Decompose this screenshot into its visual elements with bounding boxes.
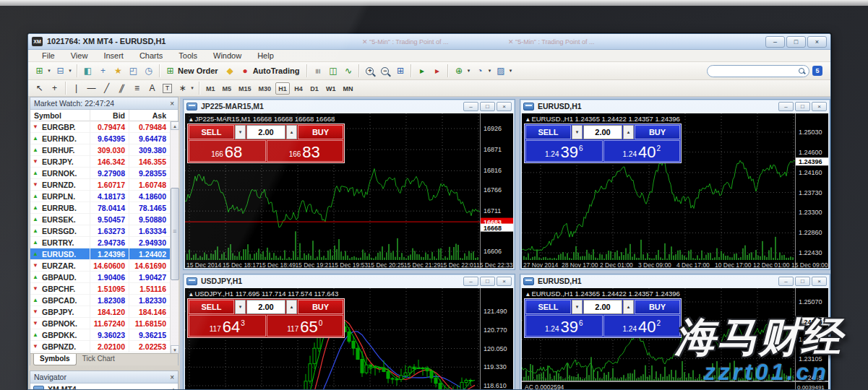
buy-button[interactable]: BUY xyxy=(635,125,680,139)
market-watch-row-eurnok[interactable]: ▲EURNOK.9.279089.28355 xyxy=(30,168,170,179)
menu-item-window[interactable]: Window xyxy=(205,51,249,60)
timeframe-m15[interactable]: M15 xyxy=(236,82,254,95)
periods-button[interactable]: ◔▾ xyxy=(472,64,493,79)
chart-title-bar[interactable]: USDJPY,H1–□× xyxy=(184,274,515,287)
tile-windows-button[interactable]: ⊞ xyxy=(392,64,408,79)
volume-input[interactable]: 2.00 xyxy=(246,125,285,139)
autotrading-button[interactable]: ●AutoTrading xyxy=(238,64,304,79)
buy-price[interactable]: 16683 xyxy=(267,140,344,162)
timeframe-m30[interactable]: M30 xyxy=(256,82,275,95)
chart-body[interactable]: 121.490120.770120.050119.330118.610▴ USD… xyxy=(185,288,513,389)
navigator-button[interactable]: ★ xyxy=(111,64,126,79)
chart-body[interactable]: 1692616871168161676616711166061668316668… xyxy=(185,113,513,268)
market-watch-row-gbpchf[interactable]: ▼GBPCHF.1.510951.51116 xyxy=(30,283,170,295)
zoom-out-button[interactable]: − xyxy=(377,64,392,79)
volume-increase-button[interactable]: ▴ xyxy=(623,125,634,139)
market-watch-row-eursgd[interactable]: ▲EURSGD.1.632731.63334 xyxy=(30,225,170,237)
profiles-button[interactable]: ⊟▾ xyxy=(53,64,74,79)
indicators-button[interactable]: ⊕▾ xyxy=(451,64,472,79)
scroll-up-icon[interactable]: ▲ xyxy=(171,121,179,130)
market-watch-row-eurjpy[interactable]: ▼EURJPY.146.342146.355 xyxy=(30,156,170,168)
chart-title-bar[interactable]: EURUSD,H1–□× xyxy=(520,100,830,113)
chart-close-button[interactable]: × xyxy=(812,102,827,111)
zoom-in-button[interactable]: + xyxy=(362,64,377,79)
chart-bars-button[interactable]: ≡ xyxy=(310,64,325,79)
market-watch-row-gbpcad[interactable]: ▲GBPCAD.1.823081.82330 xyxy=(30,295,170,306)
arrows-button[interactable]: ∗▾ xyxy=(175,81,196,96)
new-order-button[interactable]: ⊞New Order xyxy=(163,64,223,79)
chart-minimize-button[interactable]: – xyxy=(778,102,794,111)
search-input[interactable] xyxy=(712,66,795,76)
menu-item-view[interactable]: View xyxy=(63,51,96,60)
new-chart-button[interactable]: ⊞▾ xyxy=(32,64,53,79)
market-watch-header[interactable]: Market Watch: 22:47:24 × xyxy=(30,98,178,110)
menu-item-file[interactable]: File xyxy=(34,51,63,60)
chart-restore-button[interactable]: □ xyxy=(795,277,810,286)
market-watch-row-gbpnok[interactable]: ▼GBPNOK.11.6724011.68150 xyxy=(30,318,170,329)
timeframe-m1[interactable]: M1 xyxy=(203,82,218,95)
chart-restore-button[interactable]: □ xyxy=(480,277,495,286)
buy-button[interactable]: BUY xyxy=(635,300,680,314)
volume-increase-button[interactable]: ▴ xyxy=(286,125,297,139)
market-watch-row-gbpjpy[interactable]: ▼GBPJPY.184.120184.146 xyxy=(30,306,170,318)
volume-decrease-button[interactable]: ▾ xyxy=(235,125,246,139)
text-button[interactable]: A xyxy=(145,81,160,96)
timeframe-h4[interactable]: H4 xyxy=(291,82,306,95)
buy-button[interactable]: BUY xyxy=(298,300,343,314)
text-label-button[interactable]: T xyxy=(160,81,175,96)
market-watch-row-eurgbp[interactable]: ▼EURGBP.0.794740.79484 xyxy=(30,121,170,133)
market-watch-row-eurhuf[interactable]: ▲EURHUF.309.030309.380 xyxy=(30,144,170,156)
sell-price[interactable]: 1.24396 xyxy=(525,140,603,162)
volume-decrease-button[interactable]: ▾ xyxy=(235,300,246,314)
menu-item-charts[interactable]: Charts xyxy=(132,51,171,60)
chart-close-button[interactable]: × xyxy=(812,277,827,286)
crosshair-button[interactable]: + xyxy=(47,81,62,96)
sell-price[interactable]: 16668 xyxy=(189,140,266,162)
chart-minimize-button[interactable]: – xyxy=(778,277,794,286)
chart-close-button[interactable]: × xyxy=(497,277,512,286)
close-icon[interactable]: × xyxy=(170,100,174,108)
volume-decrease-button[interactable]: ▾ xyxy=(572,125,583,139)
market-watch-row-gbpdkk[interactable]: ▲GBPDKK.9.360239.36215 xyxy=(30,329,170,341)
volume-increase-button[interactable]: ▴ xyxy=(623,300,634,314)
close-icon[interactable]: × xyxy=(170,373,174,381)
metaeditor-button[interactable]: ◆ xyxy=(223,64,238,79)
strategy-tester-button[interactable]: ◷ xyxy=(141,64,156,79)
menu-item-insert[interactable]: Insert xyxy=(95,51,132,60)
vertical-line-button[interactable]: | xyxy=(69,81,84,96)
market-watch-row-eurhkd[interactable]: ▲EURHKD.9.643959.64478 xyxy=(30,133,170,144)
chart-minimize-button[interactable]: – xyxy=(463,102,478,111)
chart-line-button[interactable]: ∿ xyxy=(340,64,356,79)
chart-restore-button[interactable]: □ xyxy=(480,102,495,111)
sell-button[interactable]: SELL xyxy=(189,125,234,139)
buy-price[interactable]: 1.24402 xyxy=(603,140,681,162)
volume-input[interactable]: 2.00 xyxy=(583,300,622,314)
market-watch-column-header[interactable]: Symbol Bid Ask xyxy=(30,110,178,121)
templates-button[interactable]: ▨▾ xyxy=(493,64,514,79)
timeframe-h1[interactable]: H1 xyxy=(275,82,290,95)
menu-item-help[interactable]: Help xyxy=(249,51,282,60)
chart-body[interactable]: 1.250301.246001.241601.237301.233001.228… xyxy=(522,113,828,268)
chart-close-button[interactable]: × xyxy=(497,102,512,111)
scroll-up-icon[interactable]: ▲ xyxy=(171,387,176,390)
chart-title-bar[interactable]: EURUSD,H1–□× xyxy=(520,274,830,287)
cursor-button[interactable]: ↖ xyxy=(32,81,47,96)
sell-price[interactable]: 1.24396 xyxy=(525,315,603,337)
market-watch-row-eurnzd[interactable]: ▼EURNZD.1.607171.60748 xyxy=(30,179,170,191)
volume-input[interactable]: 2.00 xyxy=(246,300,285,314)
buy-price[interactable]: 1.24402 xyxy=(603,315,681,337)
volume-increase-button[interactable]: ▴ xyxy=(286,300,297,314)
timeframe-m5[interactable]: M5 xyxy=(220,82,235,95)
terminal-button[interactable]: ◰ xyxy=(126,64,141,79)
timeframe-d1[interactable]: D1 xyxy=(307,82,322,95)
buy-button[interactable]: BUY xyxy=(298,125,343,139)
market-watch-row-eurtry[interactable]: ▲EURTRY.2.947362.94930 xyxy=(30,237,170,248)
chart-restore-button[interactable]: □ xyxy=(795,102,810,111)
tab-tick-chart[interactable]: Tick Chart xyxy=(77,354,121,365)
menu-item-tools[interactable]: Tools xyxy=(171,51,205,60)
timeframe-w1[interactable]: W1 xyxy=(323,82,339,95)
search-box[interactable] xyxy=(707,65,809,77)
data-window-button[interactable]: + xyxy=(95,64,111,79)
market-watch-button[interactable]: ◧ xyxy=(80,64,95,79)
market-watch-row-gbpnzd[interactable]: ▼GBPNZD.2.021002.02253 xyxy=(30,341,170,352)
